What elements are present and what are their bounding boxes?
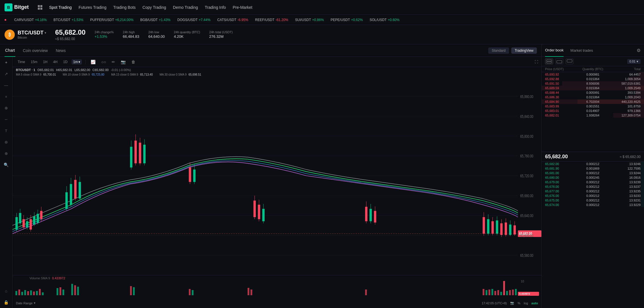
line-icon[interactable]: — — [3, 82, 10, 89]
nav-pre-market[interactable]: Pre-Market — [233, 4, 252, 11]
buy-order-row[interactable]: 65,681.00 0.000212 13.9244 — [542, 171, 644, 175]
ticker-btc[interactable]: BTC/USDT +1.53% — [53, 18, 83, 22]
lock-icon[interactable]: 🔒 — [3, 299, 10, 306]
sell-order-row[interactable]: 65,683.99 0.001551 101.8759 — [542, 104, 644, 109]
ticker-sui[interactable]: SUI/USDT +0.86% — [295, 18, 324, 22]
svg-rect-90 — [24, 290, 26, 295]
spread-price: 65,682.00 — [545, 154, 568, 160]
sell-order-row[interactable]: 65,688.44 0.005991 393.5394 — [542, 90, 644, 95]
chart-type-icon[interactable]: 📈 — [89, 59, 97, 65]
sell-order-row[interactable]: 65,692.88 0.015364 1,009.3054 — [542, 77, 644, 81]
ticker-carv[interactable]: CARV/USDT +4.16% — [14, 18, 47, 22]
tf-active-select[interactable]: 1m ▾ — [72, 59, 82, 64]
chart-svg-area[interactable]: 65,682.00 65,880.00 65,840.00 65,800.00 … — [13, 76, 541, 275]
tab-market-trades[interactable]: Market trades — [570, 44, 593, 57]
nav-trading-info[interactable]: Trading Info — [205, 4, 226, 11]
sell-order-row[interactable]: 65,691.50 8.936006 587,019.6381 — [542, 81, 644, 86]
tf-15m[interactable]: 15m — [29, 59, 39, 64]
svg-text:65,800.00: 65,800.00 — [520, 134, 533, 139]
btc-icon: ₿ — [5, 30, 15, 40]
tab-coin-overview[interactable]: Coin overview — [22, 44, 48, 57]
tf-4h[interactable]: 4H — [51, 59, 59, 64]
standard-view-btn[interactable]: Standard — [488, 47, 509, 54]
draw-icon[interactable]: ✏ — [110, 59, 117, 65]
sell-order-row[interactable]: 65,686.30 0.015364 1,009.2043 — [542, 95, 644, 99]
ticker-cats[interactable]: CATS/USDT -6.95% — [217, 18, 248, 22]
ticker-bgb[interactable]: BGB/USDT +1.43% — [140, 18, 171, 22]
symbol-dropdown-icon[interactable]: ▾ — [45, 31, 46, 34]
svg-rect-98 — [59, 287, 61, 295]
magnet-icon[interactable]: ⊕ — [3, 150, 10, 157]
buy-order-row[interactable]: 65,678.00 0.000212 13.9237 — [542, 184, 644, 189]
tab-news[interactable]: News — [55, 44, 66, 57]
ticker-puffer[interactable]: PUFFER/USDT +6,214.00% — [90, 18, 133, 22]
expand-icon[interactable]: ⛶ — [535, 60, 538, 64]
pattern-icon[interactable]: ⊛ — [3, 139, 10, 145]
ob-view-both[interactable] — [545, 59, 553, 64]
svg-rect-111 — [486, 290, 487, 295]
buy-order-row[interactable]: 65,681.90 0.001869 122.7595 — [542, 166, 644, 171]
ticker-reef[interactable]: REEF/USDT -61.20% — [255, 18, 288, 22]
symbol-info: ₿ BTC/USDT ▾ Bitcoin — [5, 30, 46, 40]
tf-1d[interactable]: 1D — [61, 59, 69, 64]
buy-order-row[interactable]: 65,680.00 0.000245 16.0916 — [542, 175, 644, 180]
camera-bottom-icon[interactable]: 📷 — [510, 301, 514, 305]
main-nav: Spot Trading Futures Trading Trading Bot… — [49, 4, 252, 11]
sell-order-row[interactable]: 65,689.59 0.015364 1,009.2549 — [542, 86, 644, 90]
indicator-icon[interactable]: ≡ — [3, 93, 10, 100]
nav-spot-trading[interactable]: Spot Trading — [49, 4, 72, 11]
measure-icon[interactable]: ↔ — [3, 116, 10, 123]
sell-order-row[interactable]: 65,684.90 6.702004 440,220.4625 — [542, 99, 644, 104]
auto-btn[interactable]: auto — [531, 301, 538, 305]
buy-order-row[interactable]: 65,677.00 0.000212 13.9235 — [542, 189, 644, 193]
ohlc-line: BTCUSDT · 1 O65,682.01 H65,682.01 L65,68… — [13, 67, 541, 73]
grid-menu-icon[interactable] — [38, 5, 42, 10]
svg-rect-112 — [489, 290, 490, 295]
buy-order-row[interactable]: 65,674.00 0.000212 13.9229 — [542, 203, 644, 207]
crosshair-icon[interactable]: ✦ — [3, 59, 10, 66]
percent-btn[interactable]: % — [518, 301, 520, 305]
tradingview-btn[interactable]: TradingView — [511, 47, 537, 54]
text-icon[interactable]: T — [3, 127, 10, 134]
sell-order-row[interactable]: 65,683.01 0.014907 979.1366 — [542, 109, 644, 113]
arrow-icon[interactable]: ↗ — [3, 70, 10, 77]
home-icon[interactable]: ⌂ — [3, 288, 10, 294]
tab-chart[interactable]: Chart — [5, 44, 15, 57]
nav-demo-trading[interactable]: Demo Trading — [173, 4, 198, 11]
buy-order-row[interactable]: 65,675.00 0.000212 13.9231 — [542, 198, 644, 203]
ticker-dogs[interactable]: DOGS/USDT +7.44% — [177, 18, 210, 22]
ob-precision-select[interactable]: 0.01 ▾ — [627, 59, 641, 64]
nav-futures-trading[interactable]: Futures Trading — [78, 4, 106, 11]
indicators-icon[interactable]: ○○ — [99, 59, 108, 65]
tab-order-book[interactable]: Order book — [545, 44, 564, 57]
header: B Bitget Spot Trading Futures Trading Tr… — [0, 0, 644, 15]
sell-order-row[interactable]: 65,682.01 1.938264 127,309.0754 — [542, 113, 644, 118]
camera-icon[interactable]: 📷 — [119, 59, 127, 65]
buy-order-row[interactable]: 65,682.00 0.000212 13.9246 — [542, 162, 644, 166]
panel-settings-icon[interactable]: ⚙ — [637, 48, 641, 53]
log-btn[interactable]: log — [524, 301, 528, 305]
sell-order-row[interactable]: 65,693.92 0.000981 64.4457 — [542, 72, 644, 77]
buy-order-row[interactable]: 65,679.00 0.000212 13.9239 — [542, 180, 644, 184]
ma-15: MA 15 close 0 SMA 9 65,713.40 — [108, 73, 156, 76]
nav-trading-bots[interactable]: Trading Bots — [113, 4, 136, 11]
chart-content: Time 15m 1H 4H 1D 1m ▾ 📈 ○○ ✏ 📷 🗑 ⛶ — [13, 57, 541, 308]
date-range-button[interactable]: Date Range ▾ — [16, 301, 36, 305]
fib-icon[interactable]: ⊕ — [3, 105, 10, 111]
ohlc-symbol: BTCUSDT · 1 — [16, 68, 35, 72]
ob-view-buy[interactable] — [566, 59, 574, 64]
zoom-icon[interactable]: 🔍 — [3, 161, 10, 168]
symbol-name[interactable]: BTC/USDT ▾ — [18, 30, 46, 36]
svg-rect-95 — [39, 289, 41, 295]
trash-icon[interactable]: 🗑 — [130, 59, 137, 65]
svg-rect-115 — [497, 290, 499, 295]
ma-30: MA 30 close 0 SMA 9 65,698.51 — [156, 73, 204, 76]
logo[interactable]: B Bitget — [5, 3, 29, 11]
ticker-pepe[interactable]: PEPE/USDT +0.62% — [331, 18, 363, 22]
buy-order-row[interactable]: 65,676.00 0.000212 13.9233 — [542, 193, 644, 198]
symbol-price-usd: ≈$ 65,682.00 — [55, 37, 86, 41]
nav-copy-trading[interactable]: Copy Trading — [142, 4, 166, 11]
ticker-sol[interactable]: SOL/USDT +0.60% — [369, 18, 399, 22]
tf-1h[interactable]: 1H — [41, 59, 49, 64]
ob-view-sell[interactable] — [555, 59, 563, 64]
